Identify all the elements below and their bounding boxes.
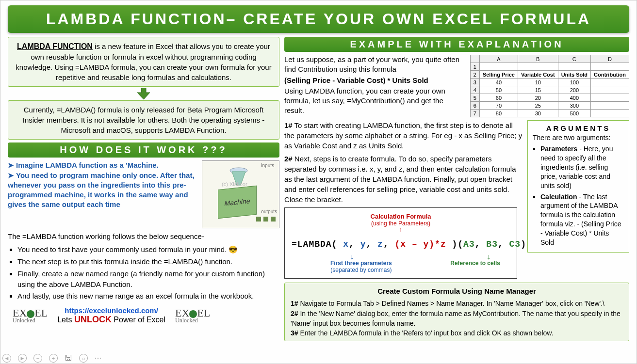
list-item: The next step is to put this formula ins… (17, 256, 279, 267)
cell (591, 79, 629, 86)
example-intro: Let us suppose, as a part of your work, … (284, 55, 465, 116)
cell: Variable Cost (518, 71, 558, 79)
step-num: 2# (284, 155, 293, 163)
cell (591, 110, 629, 117)
col-hdr (470, 55, 479, 63)
cell: 60 (479, 94, 518, 102)
how-works-header: HOW DOES IT WORK ??? (8, 142, 279, 158)
row-num: 3 (470, 79, 479, 86)
row-num: 6 (470, 102, 479, 110)
zoom-out-icon[interactable]: − (33, 354, 42, 363)
nm-step-3: 3# Enter the LAMBDA formula in the 'Refe… (291, 328, 623, 338)
row-num: 5 (470, 94, 479, 102)
example-formula-text: (Selling Price - Variable Cost) * Units … (284, 76, 465, 85)
cell: 80 (479, 110, 518, 117)
list-item: Calculation - The last argument of the L… (540, 192, 624, 247)
calc-formula-label: Calculation Formula (292, 213, 510, 220)
sequence-list: You need to first have your commonly use… (17, 244, 279, 301)
cell (591, 86, 629, 94)
machine-outputs-label: outputs (261, 209, 277, 214)
list-item: You need to first have your commonly use… (17, 244, 279, 255)
beta-note: Currently, =LAMBDA() formula is only rel… (8, 100, 279, 140)
step-text: Enter the LAMBDA formula in the 'Refers … (298, 329, 554, 337)
how-works-bullets: ➤Imagine LAMBDA function as a 'Machine. … (8, 160, 197, 209)
next-icon[interactable]: ► (18, 354, 27, 363)
col-hdr: C (558, 55, 590, 63)
list-item: And lastly, use this new name range as a… (17, 291, 279, 301)
machine-inputs-label: inputs (261, 163, 274, 168)
example-step-1: 1# To start with creating LAMBDA functio… (284, 120, 523, 151)
arguments-title: ARGUMENTS (533, 124, 624, 133)
arg-desc: - The last argument of the LAMBDA formul… (540, 193, 621, 246)
step-num: 1# (284, 121, 293, 129)
cell: 15 (518, 86, 558, 94)
left-column: LAMBDA FUNCTION is a new feature in Exce… (8, 37, 279, 341)
step-text: To start with creating LAMBDA function, … (284, 121, 522, 150)
arg-name: Calculation (540, 193, 577, 201)
cell: 200 (558, 86, 590, 94)
page-title: LAMBDA FUNCTION– CREATE YOUR OWN EXCEL F… (8, 5, 629, 33)
logo-left: EXEL Unlocked (13, 308, 48, 323)
list-item: Parameters - Here, you need to specify a… (540, 144, 624, 190)
row-num: 7 (470, 110, 479, 117)
chevron-right-icon: ➤ (8, 171, 14, 179)
svg-marker-0 (137, 88, 150, 99)
right-column: EXAMPLE WITH EXAPLANATION Let us suppose… (284, 37, 629, 341)
chevron-right-icon: ➤ (8, 161, 14, 169)
step-num: 3# (291, 329, 298, 337)
row-num: 4 (470, 86, 479, 94)
save-icon[interactable]: 🖫 (65, 354, 72, 363)
example-p2: Using LAMDBA function, you can create yo… (284, 86, 465, 116)
step-num: 2# (291, 310, 298, 317)
example-header: EXAMPLE WITH EXAPLANATION (284, 37, 629, 52)
cell: 20 (518, 94, 558, 102)
row-num: 1 (470, 63, 479, 71)
logo-right: EXEL Unlocked (175, 308, 210, 323)
intro-box: LAMBDA FUNCTION is a new feature in Exce… (8, 37, 279, 87)
cell: Contribution (591, 71, 629, 79)
cell: 100 (558, 79, 590, 86)
list-item: Finally, create a new named range (a fri… (17, 269, 279, 290)
name-manager-box: Create Custom Formula Using Name Manager… (284, 283, 629, 341)
intro-lead: LAMBDA FUNCTION (17, 42, 93, 50)
cell: 50 (479, 86, 518, 94)
machine-diagram: inputs (c) Xiskoor Machine outputs (202, 160, 279, 228)
param-label: First three parameters (330, 260, 392, 267)
arguments-box: ARGUMENTS There are two arguments: Param… (527, 120, 629, 253)
cell: Units Sold (558, 71, 590, 79)
lock-icon (27, 310, 34, 318)
bottom-toolbar: ◄ ► − + 🖫 ⌕ ⋯ (2, 354, 101, 363)
step-num: 1# (291, 300, 298, 307)
more-icon[interactable]: ⋯ (95, 354, 101, 362)
footer: EXEL Unlocked https://excelunlocked.com/… (8, 306, 279, 325)
formula-diagram: Calculation Formula (using the Parameter… (284, 207, 517, 279)
step-text: Navigate to Formula Tab > Defined Names … (298, 300, 604, 307)
zoom-in-icon[interactable]: + (49, 354, 58, 363)
website-link[interactable]: https://excelunlocked.com/ (65, 306, 158, 315)
cell: 300 (558, 102, 590, 110)
row-num: 2 (470, 71, 479, 79)
cell: 30 (518, 110, 558, 117)
search-icon[interactable]: ⌕ (79, 354, 88, 363)
cell (591, 94, 629, 102)
col-hdr: A (479, 55, 518, 63)
cell: 10 (518, 79, 558, 86)
cell (591, 102, 629, 110)
arguments-intro: There are two arguments: (533, 133, 624, 142)
prev-icon[interactable]: ◄ (2, 354, 11, 363)
slogan-pre: Lets (57, 316, 74, 324)
cell: 400 (558, 94, 590, 102)
slogan-post: Power of Excel (112, 316, 165, 324)
arg-name: Parameters (540, 145, 577, 153)
cell: 25 (518, 102, 558, 110)
machine-box-label: Machine (218, 186, 257, 219)
arrow-down-icon (8, 88, 279, 99)
col-hdr: B (518, 55, 558, 63)
sequence-intro: The =LAMBDA function working follows the… (8, 231, 279, 241)
how-bullet-1: Imagine LAMBDA function as a 'Machine. (16, 161, 159, 169)
slogan-unlock: UNLOCK (74, 315, 112, 324)
how-bullet-2: You need to program machine only once. A… (8, 171, 195, 209)
example-step-2: 2# Next, steps is to create formula. To … (284, 154, 523, 205)
nm-step-2: 2# In the 'New Name' dialog box, enter t… (291, 309, 623, 329)
step-text: Next, steps is to create formula. To do … (284, 155, 516, 204)
